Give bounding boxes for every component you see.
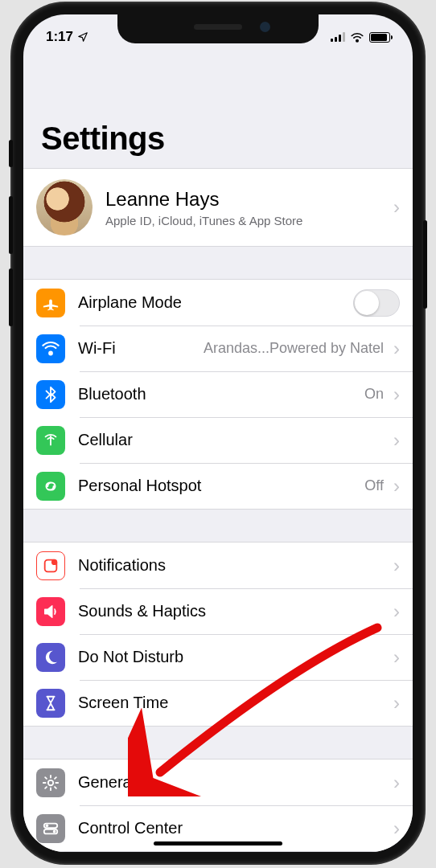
row-general[interactable]: General › [23,760,413,805]
page-title: Settings [23,50,413,168]
chevron-right-icon: › [393,383,400,406]
row-label: Bluetooth [78,385,364,403]
svg-point-0 [356,40,358,42]
settings-group-connectivity: Airplane Mode Wi-Fi Arandas...Powered by… [23,279,413,510]
profile-name: Leanne Hays [105,188,390,211]
svg-point-2 [50,436,51,437]
profile-subtitle: Apple ID, iCloud, iTunes & App Store [105,214,390,227]
svg-point-4 [51,559,57,564]
home-indicator[interactable] [154,841,282,845]
row-dnd[interactable]: Do Not Disturb › [23,634,413,680]
row-label: Sounds & Haptics [78,602,390,620]
settings-group-general: General › Control Center › [23,759,413,852]
power-button [423,220,427,309]
phone-frame: 1:17 Settings Leanne Hays [12,3,424,863]
chevron-right-icon: › [393,646,400,669]
notch [117,14,319,43]
chevron-right-icon: › [393,600,400,623]
row-detail: Off [364,477,384,494]
row-bluetooth[interactable]: Bluetooth On › [23,371,413,417]
cellular-icon [36,426,65,455]
settings-group-alerts: Notifications › Sounds & Haptics › Do No… [23,542,413,727]
settings-content: Settings Leanne Hays Apple ID, iCloud, i… [23,50,413,852]
hourglass-icon [36,689,65,718]
svg-point-7 [46,824,49,827]
row-cellular[interactable]: Cellular › [23,417,413,463]
row-label: General [78,773,390,792]
row-sounds[interactable]: Sounds & Haptics › [23,588,413,634]
status-time: 1:17 [46,29,73,45]
row-detail: On [364,386,384,403]
row-notifications[interactable]: Notifications › [23,542,413,588]
bluetooth-icon [36,380,65,409]
row-label: Cellular [78,431,390,449]
wifi-icon [36,334,65,363]
row-airplane[interactable]: Airplane Mode [23,280,413,326]
airplane-toggle[interactable] [353,289,400,317]
chevron-right-icon: › [393,475,400,497]
volume-down-button [9,268,13,326]
battery-icon [369,32,390,43]
row-hotspot[interactable]: Personal Hotspot Off › [23,463,413,509]
chevron-right-icon: › [393,338,400,360]
row-wifi[interactable]: Wi-Fi Arandas...Powered by Natel › [23,326,413,371]
switches-icon [36,814,65,843]
svg-point-1 [49,351,52,354]
row-label: Wi-Fi [78,339,204,358]
svg-point-9 [53,829,56,833]
chevron-right-icon: › [393,772,400,794]
sounds-icon [36,597,65,626]
row-label: Airplane Mode [78,293,353,312]
screen: 1:17 Settings Leanne Hays [23,14,413,852]
airplane-icon [36,289,65,317]
avatar [36,179,93,235]
svg-point-5 [48,780,53,784]
notifications-icon [36,551,65,580]
hotspot-icon [36,472,65,501]
chevron-right-icon: › [393,817,400,840]
cellular-signal-icon [331,32,345,42]
moon-icon [36,643,65,672]
wifi-status-icon [350,31,364,43]
chevron-right-icon: › [393,692,400,714]
row-label: Personal Hotspot [78,477,364,495]
chevron-right-icon: › [393,555,400,577]
row-screentime[interactable]: Screen Time › [23,680,413,726]
volume-up-button [9,196,13,254]
chevron-right-icon: › [393,196,400,219]
row-label: Screen Time [78,694,390,712]
location-icon [77,31,88,43]
mute-switch [9,140,13,167]
gear-icon [36,768,65,797]
row-label: Control Center [78,819,390,837]
row-detail: Arandas...Powered by Natel [204,340,384,357]
row-label: Do Not Disturb [78,648,390,666]
row-label: Notifications [78,556,390,575]
profile-row[interactable]: Leanne Hays Apple ID, iCloud, iTunes & A… [23,169,413,246]
chevron-right-icon: › [393,429,400,452]
